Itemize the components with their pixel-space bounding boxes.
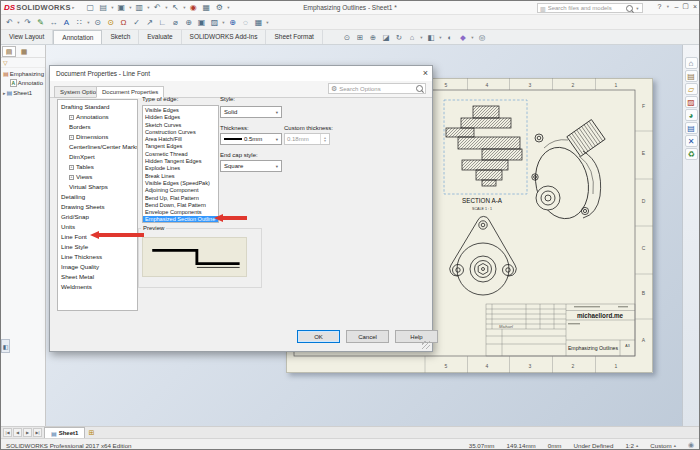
edge-type-hidden-tangent-edges[interactable]: Hidden Tangent Edges [143, 158, 218, 165]
options-tree-centerlines-center-marks[interactable]: Centerlines/Center Marks [58, 142, 137, 152]
edge-type-construction-curves[interactable]: Construction Curves [143, 129, 218, 136]
spell-check-icon[interactable]: ✓ [131, 16, 143, 28]
help-button[interactable]: ? [657, 3, 661, 10]
ribbon-tab-sketch[interactable]: Sketch [102, 30, 139, 44]
edge-type-emphasized-section-outline[interactable]: Emphasized Section Outline [143, 216, 218, 223]
print-icon[interactable]: ▥ [133, 2, 145, 14]
expand-icon[interactable]: + [69, 165, 74, 170]
style-dropdown[interactable]: Solid ▾ [220, 106, 282, 118]
expand-icon[interactable]: + [69, 135, 74, 140]
section-view-icon[interactable]: ◪ [381, 31, 392, 43]
options-tree-dimensions[interactable]: +Dimensions [58, 132, 137, 142]
expand-arrow-icon[interactable]: ▸ [3, 90, 6, 96]
options-menu-icon[interactable]: ▾ [226, 5, 231, 10]
table-icon[interactable]: ▦ [253, 16, 265, 28]
revision-cloud-icon[interactable]: ◌ [240, 16, 252, 28]
edge-type-visible-edges-speedpak[interactable]: Visible Edges (SpeedPak) [143, 180, 218, 187]
options-tree-annotations[interactable]: +Annotations [58, 112, 137, 122]
first-sheet-icon[interactable]: |◀ [3, 428, 12, 437]
options-search-box[interactable]: ⚙ Search Options [328, 83, 426, 94]
sheet-scale-dropdown[interactable]: 1:2 ▴ [625, 442, 638, 449]
property-manager-tab-icon[interactable]: ▦ [17, 46, 31, 57]
solidworks-resources-icon[interactable]: ⌂ [685, 57, 698, 69]
edge-type-hidden-edges[interactable]: Hidden Edges [143, 114, 218, 121]
display-style-icon[interactable]: ◧ [426, 31, 437, 43]
options-tree-drafting-standard[interactable]: Drafting Standard [58, 102, 137, 112]
smart-dimension-icon[interactable]: ↔ [48, 16, 60, 28]
sheet-tab-sheet1[interactable]: ▤ Sheet1 [44, 427, 85, 438]
previous-sheet-icon[interactable]: ◀ [13, 428, 22, 437]
solidworks-forum-icon[interactable]: ✕ [685, 135, 698, 147]
feature-tree-sheet1[interactable]: ▸ ▤ Sheet1 [1, 87, 45, 96]
hole-callout-icon[interactable]: ⌀ [170, 16, 182, 28]
ribbon-tab-evaluate[interactable]: Evaluate [139, 30, 181, 44]
zoom-previous-icon[interactable]: ⊙ [92, 16, 104, 28]
restore-button[interactable]: ▢ [682, 2, 689, 10]
balloon-icon[interactable]: Ω [118, 16, 130, 28]
tags-globe-icon[interactable]: ◉ [688, 441, 694, 449]
linear-pattern-menu-icon[interactable]: ▾ [86, 20, 91, 25]
options-tree-tables[interactable]: +Tables [58, 162, 137, 172]
edit-appearance-menu-icon[interactable]: ▾ [470, 35, 475, 40]
search-icon[interactable] [416, 85, 423, 92]
options-tree-image-quality[interactable]: Image Quality [58, 262, 137, 272]
feature-tree-tab-icon[interactable]: ▤ [2, 46, 16, 57]
open-icon[interactable]: ▤ [97, 2, 109, 14]
undo-menu-icon[interactable]: ▾ [164, 5, 169, 10]
zoom-in-out-icon[interactable]: ⊕ [368, 31, 379, 43]
linear-pattern-icon[interactable]: ∷ [74, 16, 86, 28]
zoom-area-icon[interactable]: ⊞ [355, 31, 366, 43]
last-sheet-icon[interactable]: ▶| [33, 428, 42, 437]
end-cap-dropdown[interactable]: Square ▾ [220, 160, 282, 172]
redo-icon[interactable]: ↷ [22, 16, 34, 28]
expand-icon[interactable]: + [69, 115, 74, 120]
save-menu-icon[interactable]: ▾ [128, 5, 133, 10]
undo-menu-icon[interactable]: ▾ [16, 20, 21, 25]
custom-properties-icon[interactable]: ▤ [685, 122, 698, 134]
close-icon[interactable]: × [423, 68, 428, 78]
print-menu-icon[interactable]: ▾ [146, 5, 151, 10]
ok-button[interactable]: OK [297, 330, 340, 343]
edge-type-cosmetic-thread[interactable]: Cosmetic Thread [143, 151, 218, 158]
file-explorer-icon[interactable]: ▱ [685, 83, 698, 95]
search-icon[interactable] [626, 5, 633, 12]
table-menu-icon[interactable]: ▾ [265, 20, 270, 25]
minimize-button[interactable]: – [674, 3, 678, 10]
options-tree-line-style[interactable]: Line Style [58, 242, 137, 252]
next-sheet-icon[interactable]: ▶ [23, 428, 32, 437]
ribbon-tab-view-layout[interactable]: View Layout [1, 30, 53, 44]
thickness-dropdown[interactable]: 0.5mm ▾ [220, 133, 282, 145]
datum-feature-icon[interactable]: ▣ [196, 16, 208, 28]
select-icon[interactable]: ↖ [169, 2, 181, 14]
filter-icon[interactable]: ▽ [1, 58, 45, 68]
edge-type-bend-up-flat-pattern[interactable]: Bend Up, Flat Pattern [143, 195, 218, 202]
units-dropdown[interactable]: Custom ▴ [650, 442, 676, 449]
edge-type-break-lines[interactable]: Break Lines [143, 173, 218, 180]
ribbon-tab-sheet-format[interactable]: Sheet Format [266, 30, 322, 44]
help-menu-icon[interactable]: ▾ [665, 4, 670, 9]
appearances-scenes-icon[interactable]: ◕ [685, 109, 698, 121]
open-menu-icon[interactable]: ▾ [110, 5, 115, 10]
edge-type-visible-edges[interactable]: Visible Edges [143, 107, 218, 114]
edge-type-explode-lines[interactable]: Explode Lines [143, 165, 218, 172]
edge-type-adjoining-component[interactable]: Adjoining Component [143, 187, 218, 194]
edge-type-bend-down-flat-pattern[interactable]: Bend Down, Flat Pattern [143, 202, 218, 209]
display-style-menu-icon[interactable]: ▾ [438, 35, 443, 40]
view-palette-icon[interactable]: ▨ [685, 96, 698, 108]
options-tree-virtual-sharps[interactable]: Virtual Sharps [58, 182, 137, 192]
collapsed-panel-icon[interactable]: ◧ [1, 339, 10, 353]
leader-icon[interactable]: ↗ [144, 16, 156, 28]
options-tree-grid-snap[interactable]: Grid/Snap [58, 212, 137, 222]
area-hatch-menu-icon[interactable]: ▾ [221, 20, 226, 25]
design-library-icon[interactable]: ▤ [685, 70, 698, 82]
edge-type-envelope-components[interactable]: Envelope Components [143, 209, 218, 216]
menu-expand-icon[interactable]: ▸ [71, 5, 76, 10]
edge-type-sketch-curves[interactable]: Sketch Curves [143, 122, 218, 129]
weld-symbol-icon[interactable]: ∟ [157, 16, 169, 28]
hide-show-items-icon[interactable]: ◐ [445, 31, 456, 43]
area-hatch-icon[interactable]: ▨ [209, 16, 221, 28]
dialog-title-bar[interactable]: Document Properties - Line Font × [50, 66, 432, 81]
note-icon[interactable]: A [61, 16, 73, 28]
options-tree-weldments[interactable]: Weldments [58, 282, 137, 292]
options-icon[interactable]: ⚙ [213, 2, 225, 14]
